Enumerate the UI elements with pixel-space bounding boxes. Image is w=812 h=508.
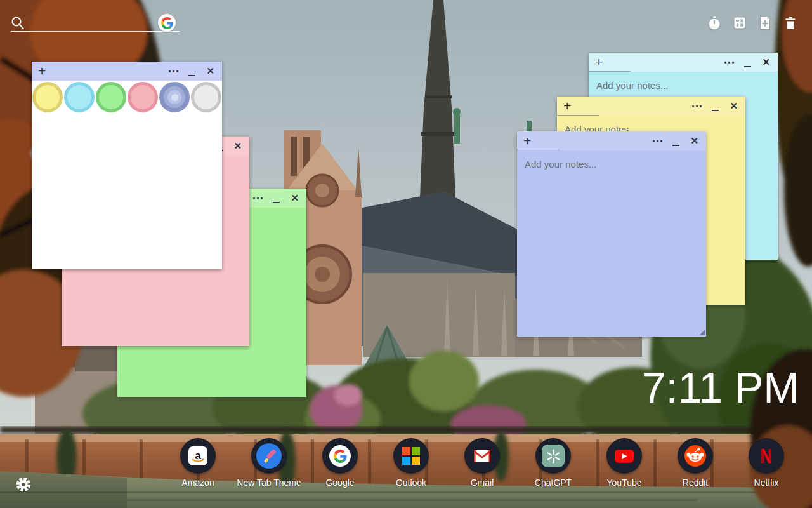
clock: 7:11 PM <box>642 366 799 409</box>
note-titlebar[interactable]: + ⋯ ✕ <box>557 97 745 116</box>
note-more-button[interactable]: ⋯ <box>252 190 263 206</box>
dock-label: Amazon <box>181 478 214 488</box>
settings-gear-icon[interactable] <box>15 476 32 493</box>
dock-label: Gmail <box>471 478 494 488</box>
note-minimize-button[interactable] <box>712 110 719 111</box>
palette-note-window: + ⋯ ✕ <box>32 62 222 269</box>
note-titlebar[interactable]: + ⋯ ✕ <box>589 53 778 72</box>
note-placeholder: Add your notes... <box>525 159 596 170</box>
palette-swatch-green[interactable] <box>96 82 126 112</box>
search-input[interactable] <box>11 13 180 32</box>
note-editor[interactable]: Add your notes... <box>517 150 706 337</box>
note-tab-underline <box>589 71 631 72</box>
netflix-icon <box>749 438 784 474</box>
palette-swatch-gray[interactable] <box>191 82 221 112</box>
toolbar <box>707 15 798 30</box>
dock-label: YouTube <box>606 478 641 488</box>
note-close-button[interactable]: ✕ <box>206 65 214 77</box>
svg-text:a: a <box>195 450 201 462</box>
add-note-icon[interactable] <box>757 15 773 30</box>
note-close-button[interactable]: ✕ <box>762 57 770 68</box>
blue-note-window: + ⋯ ✕ Add your notes... <box>517 131 706 337</box>
dock-item-outlook[interactable]: Outlook <box>393 438 429 474</box>
google-icon <box>322 438 358 474</box>
resize-handle[interactable] <box>699 330 705 335</box>
note-placeholder: Add your notes... <box>596 80 668 91</box>
palette-swatch-pink[interactable] <box>128 82 158 112</box>
calculator-icon[interactable] <box>732 15 747 30</box>
note-more-button[interactable]: ⋯ <box>691 98 702 114</box>
gmail-icon <box>464 438 500 474</box>
dock-label: New Tab Theme <box>237 478 301 488</box>
note-minimize-button[interactable] <box>672 145 679 146</box>
dock-label: Netflix <box>754 478 779 488</box>
note-minimize-button[interactable] <box>744 66 751 67</box>
dock-item-youtube[interactable]: YouTube <box>606 438 642 474</box>
trash-icon[interactable] <box>783 15 798 30</box>
outlook-icon <box>393 438 429 474</box>
note-more-button[interactable]: ⋯ <box>652 133 663 149</box>
dock-item-google[interactable]: Google <box>322 438 358 474</box>
note-add-button[interactable]: + <box>563 97 571 115</box>
chatgpt-icon <box>535 438 571 474</box>
palette-swatch-yellow[interactable] <box>32 82 63 112</box>
note-more-button[interactable]: ⋯ <box>167 63 179 79</box>
note-close-button[interactable]: ✕ <box>233 140 242 152</box>
note-add-button[interactable]: + <box>595 53 603 71</box>
note-more-button[interactable]: ⋯ <box>723 54 735 70</box>
google-logo[interactable] <box>158 14 176 32</box>
note-add-button[interactable]: + <box>38 62 46 80</box>
dock-item-gmail[interactable]: Gmail <box>464 438 500 474</box>
note-minimize-button[interactable] <box>273 202 280 203</box>
dock-item-amazon[interactable]: a Amazon <box>180 438 216 474</box>
palette-swatch-cyan[interactable] <box>64 82 95 112</box>
amazon-icon: a <box>180 438 216 474</box>
note-close-button[interactable]: ✕ <box>690 135 698 147</box>
color-palette <box>32 81 222 112</box>
dock-label: ChatGPT <box>535 478 572 488</box>
note-close-button[interactable]: ✕ <box>291 192 299 204</box>
dock: a Amazon New Tab Theme <box>180 438 784 474</box>
dock-label: Reddit <box>683 478 708 488</box>
search-bar <box>0 0 190 38</box>
note-tab-underline <box>517 150 559 151</box>
dock-item-netflix[interactable]: Netflix <box>749 438 784 474</box>
dock-item-reddit[interactable]: Reddit <box>678 438 713 474</box>
timer-icon[interactable] <box>707 15 722 30</box>
note-titlebar[interactable]: + ⋯ ✕ <box>32 62 222 81</box>
note-minimize-button[interactable] <box>188 75 195 76</box>
note-titlebar[interactable]: + ⋯ ✕ <box>517 131 706 150</box>
dock-label: Google <box>325 478 354 488</box>
reddit-icon <box>678 438 713 474</box>
note-add-button[interactable]: + <box>523 132 531 150</box>
dock-item-chatgpt[interactable]: ChatGPT <box>535 438 571 474</box>
dock-item-new-tab-theme[interactable]: New Tab Theme <box>251 438 287 474</box>
youtube-icon <box>606 438 642 474</box>
note-close-button[interactable]: ✕ <box>730 100 738 112</box>
dock-label: Outlook <box>396 478 426 488</box>
note-tab-underline <box>557 115 599 116</box>
new-tab-theme-icon <box>251 438 287 474</box>
note-editor[interactable] <box>32 81 222 269</box>
palette-swatch-blue-selected[interactable] <box>159 82 190 112</box>
